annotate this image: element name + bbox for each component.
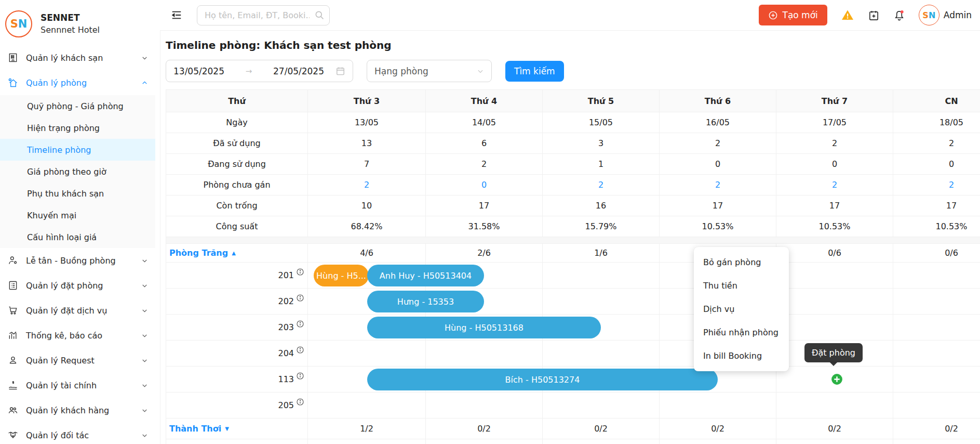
submenu-item-room-fund[interactable]: Quỹ phòng - Giá phòng <box>0 95 155 117</box>
date-range-picker[interactable]: 13/05/2025 → 27/05/2025 <box>166 60 353 82</box>
group-toggle-phong-trang[interactable]: Phòng Trăng ▲ <box>166 244 308 263</box>
menu-item-print-bill[interactable]: In bill Booking <box>694 344 789 368</box>
info-icon[interactable] <box>296 268 304 276</box>
timeline-table-wrap: Thứ Thứ 3 Thứ 4 Thứ 5 Thứ 6 Thứ 7 CN Ngà… <box>166 89 980 444</box>
sidebar-item-label: Quản lý đặt dịch vụ <box>26 306 107 316</box>
app: SN SENNET Sennnet Hotel Quản lý khách sạ… <box>0 0 980 444</box>
calendar-plus-icon[interactable] <box>868 9 880 21</box>
group-toggle-thanh-thoi[interactable]: Thành Thơi ▼ <box>166 419 308 439</box>
sidebar-item-hotel-management[interactable]: Quản lý khách sạn <box>0 45 155 70</box>
booking-context-menu: Bỏ gán phòng Thu tiền Dịch vụ Phiếu nhận… <box>694 247 789 371</box>
chevron-up-icon <box>141 80 148 86</box>
chevron-down-icon <box>141 407 148 414</box>
sidebar-nav: Quản lý khách sạn Quản lý phòng Quỹ phòn… <box>0 45 155 444</box>
notification-bell-icon[interactable] <box>893 9 905 21</box>
chevron-down-icon <box>477 68 484 75</box>
booking-pill[interactable]: Bích - H50513274 <box>367 369 718 390</box>
sidebar-item-request-management[interactable]: Quản lý Request <box>0 348 155 373</box>
room-icon <box>7 77 19 88</box>
add-booking-tooltip: Đặt phòng <box>804 343 863 362</box>
sidebar-item-statistics[interactable]: Thống kê, báo cáo <box>0 323 155 348</box>
unassigned-link[interactable]: 2 <box>832 180 837 190</box>
unassigned-link[interactable]: 2 <box>598 180 603 190</box>
sidebar-item-customer-management[interactable]: Quản lý khách hàng <box>0 398 155 423</box>
request-icon <box>7 355 19 366</box>
stat-row-used: Đã sử dụng 13 6 3 2 2 2 <box>166 133 980 154</box>
column-header: Thứ 6 <box>660 90 776 112</box>
column-header: CN <box>893 90 980 112</box>
submenu-item-price-type-config[interactable]: Cấu hình loại giá <box>0 226 155 248</box>
submenu-item-room-status[interactable]: Hiện trạng phòng <box>0 117 155 139</box>
stat-row-unassigned: Phòng chưa gán 2 0 2 2 2 2 <box>166 175 980 195</box>
info-icon[interactable] <box>296 372 304 380</box>
menu-item-checkin-slip[interactable]: Phiếu nhận phòng <box>694 321 789 344</box>
sidebar: SN SENNET Sennnet Hotel Quản lý khách sạ… <box>0 0 155 444</box>
room-number: 204 <box>278 348 294 358</box>
sidebar-item-booking-management[interactable]: Quản lý đặt phòng <box>0 273 155 298</box>
room-type-select[interactable]: Hạng phòng <box>367 60 492 82</box>
brand: SN SENNET Sennnet Hotel <box>0 0 155 45</box>
info-icon[interactable] <box>296 346 304 354</box>
add-booking-icon[interactable] <box>830 373 843 386</box>
room-row-113: 113 Bích - H50513274 <box>166 367 980 393</box>
service-cart-icon <box>7 305 19 316</box>
room-number: 113 <box>278 374 294 384</box>
section-divider <box>166 237 980 244</box>
stat-row-available: Còn trống 10 17 16 17 17 17 <box>166 195 980 216</box>
unassigned-link[interactable]: 2 <box>715 180 720 190</box>
column-header: Thứ 7 <box>776 90 893 112</box>
submenu-item-hourly-price[interactable]: Giá phòng theo giờ <box>0 161 155 182</box>
booking-pill[interactable]: Anh Huy - H50513404 <box>367 265 484 286</box>
submenu-item-room-timeline[interactable]: Timeline phòng <box>0 139 155 161</box>
search-submit-button[interactable]: Tìm kiếm <box>505 61 564 82</box>
customers-icon <box>7 404 19 416</box>
sidebar-item-label: Quản lý khách sạn <box>26 53 103 63</box>
room-row-201: 201 Hùng - H5... Anh Huy - H50513404 <box>166 263 980 289</box>
stat-label: Đang sử dụng <box>166 154 308 175</box>
sidebar-item-label: Quản lý đối tác <box>26 430 89 440</box>
brand-hotel-name: Sennnet Hotel <box>41 25 100 35</box>
submenu-item-promotion[interactable]: Khuyến mại <box>0 204 155 226</box>
info-icon[interactable] <box>296 398 304 406</box>
reception-icon <box>7 255 19 266</box>
info-icon[interactable] <box>296 320 304 328</box>
sidebar-item-room-management[interactable]: Quản lý phòng <box>0 70 155 95</box>
menu-item-collect-payment[interactable]: Thu tiền <box>694 274 789 297</box>
user-menu[interactable]: SN Admin <box>919 5 972 25</box>
sidebar-item-finance-management[interactable]: Quản lý tài chính <box>0 373 155 398</box>
finance-icon <box>7 380 19 391</box>
timeline-page: Timeline phòng: Khách sạn test phòng 13/… <box>160 30 980 444</box>
booking-pill[interactable]: Hùng - H50513168 <box>367 317 601 338</box>
unassigned-link[interactable]: 2 <box>949 180 954 190</box>
sidebar-item-service-booking[interactable]: Quản lý đặt dịch vụ <box>0 298 155 323</box>
menu-item-services[interactable]: Dịch vụ <box>694 297 789 321</box>
search-input[interactable] <box>197 5 330 25</box>
menu-item-unassign-room[interactable]: Bỏ gán phòng <box>694 251 789 274</box>
room-group-row: Phòng Trăng ▲ 4/6 2/6 1/6 0/6 0/6 0/6 <box>166 244 980 263</box>
create-new-button[interactable]: Tạo mới <box>759 5 827 25</box>
booking-pill[interactable]: Hưng - 15353 <box>367 291 484 312</box>
sidebar-collapse-icon[interactable] <box>171 9 182 21</box>
info-icon[interactable] <box>296 294 304 302</box>
unassigned-link[interactable]: 2 <box>364 180 369 190</box>
unassigned-link[interactable]: 0 <box>481 180 487 190</box>
date-from-value[interactable]: 13/05/2025 <box>173 66 224 76</box>
room-type-value: Hạng phòng <box>374 66 428 76</box>
room-group-row: Thành Thơi ▼ 1/2 0/2 0/2 0/2 0/2 0/2 <box>166 419 980 439</box>
sidebar-item-partner-management[interactable]: Quản lý đối tác <box>0 423 155 444</box>
submenu-item-surcharge[interactable]: Phụ thu khách sạn <box>0 182 155 204</box>
stat-label: Ngày <box>166 112 308 133</box>
stat-label: Phòng chưa gán <box>166 175 308 195</box>
warning-icon[interactable] <box>841 9 854 21</box>
booking-pill[interactable]: Hùng - H5... <box>314 265 369 286</box>
range-arrow-icon: → <box>230 67 268 76</box>
column-header: Thứ 5 <box>543 90 660 112</box>
sidebar-item-label: Thống kê, báo cáo <box>26 331 102 341</box>
plus-circle-icon <box>768 10 778 20</box>
brand-name: SENNET <box>41 12 100 23</box>
chevron-down-icon <box>141 357 148 364</box>
sidebar-item-reception[interactable]: Lễ tân - Buồng phòng <box>0 248 155 273</box>
room-row-202: 202 Hưng - 15353 <box>166 289 980 315</box>
stat-label: Đã sử dụng <box>166 133 308 154</box>
date-to-value[interactable]: 27/05/2025 <box>273 66 324 76</box>
